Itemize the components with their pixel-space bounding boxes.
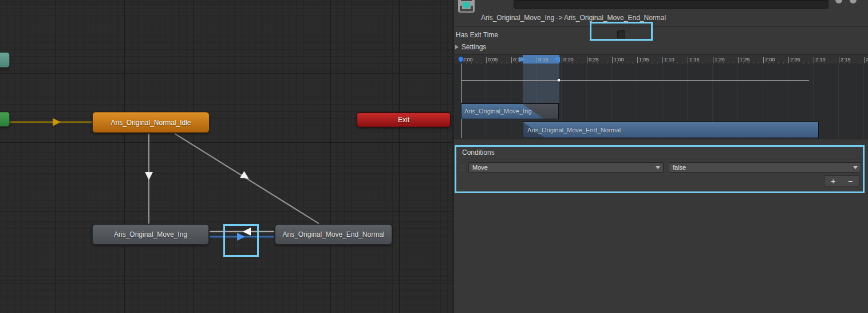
condition-list-buttons: + −	[824, 175, 859, 186]
transition-region	[523, 64, 559, 103]
any-state-node[interactable]	[0, 52, 10, 68]
state-node-label: Aris_Original_Normal_Idle	[111, 119, 191, 127]
ruler-tick: 1:05	[637, 57, 649, 63]
transition-timeline[interactable]: 0:00 0:05 0:10 0:15 0:20 0:25 1:00 1:05 …	[454, 54, 868, 139]
ruler-tick: 0:05	[486, 57, 498, 63]
ruler-tick: 1:25	[738, 57, 750, 63]
ruler-tick: 2:05	[788, 57, 800, 63]
state-node-label: Exit	[398, 116, 409, 124]
ruler-tick: 1:15	[688, 57, 700, 63]
ruler-tick: 0:15	[536, 57, 549, 63]
state-node-move-end-normal[interactable]: Aris_Original_Move_End_Normal	[275, 224, 392, 245]
ruler-tick: 0:20	[562, 57, 574, 63]
condition-value-dropdown[interactable]: false	[669, 162, 861, 173]
ruler-tick: 1:10	[662, 57, 674, 63]
playhead-line	[461, 64, 461, 138]
state-node-exit[interactable]: Exit	[357, 112, 451, 127]
blend-curve-line	[461, 80, 809, 81]
condition-parameter-value: Move	[472, 164, 488, 171]
drag-handle-icon[interactable]	[459, 166, 464, 170]
gear-icon[interactable]	[850, 0, 857, 3]
conditions-header: Conditions	[456, 147, 863, 159]
ruler-tick: 2:20	[864, 57, 868, 63]
state-node-label: Aris_Original_Move_End_Normal	[282, 230, 384, 238]
ruler-tick: 1:20	[713, 57, 725, 63]
ruler-tick: 0:25	[587, 57, 599, 63]
ruler-tick: 1:00	[612, 57, 624, 63]
help-icon[interactable]	[835, 0, 842, 3]
clip-label: Aris_Original_Move_End_Normal	[527, 127, 621, 134]
condition-value: false	[673, 164, 686, 171]
state-node-move-ing[interactable]: Aris_Original_Move_Ing	[92, 224, 209, 245]
has-exit-time-label: Has Exit Time	[456, 31, 498, 39]
inspector-header: Aris_Original_Move_Ing -> Aris_Original_…	[454, 0, 868, 27]
timeline-ruler[interactable]: 0:00 0:05 0:10 0:15 0:20 0:25 1:00 1:05 …	[454, 55, 868, 64]
arrowhead-icon	[145, 172, 153, 180]
add-condition-button[interactable]: +	[824, 176, 842, 186]
conditions-panel: Conditions Move false + −	[455, 145, 865, 193]
highlight-box-transition-arrows	[223, 224, 259, 257]
settings-label: Settings	[461, 43, 486, 51]
transition-lines-layer	[0, 0, 452, 313]
condition-parameter-dropdown[interactable]: Move	[468, 162, 664, 173]
animator-graph-canvas[interactable]: Aris_Original_Normal_Idle Exit Aris_Orig…	[0, 0, 452, 313]
clip-label: Aris_Original_Move_Ing	[464, 108, 531, 115]
ruler-tick: 2:15	[839, 57, 851, 63]
remove-condition-button[interactable]: −	[842, 176, 859, 186]
transition-title: Aris_Original_Move_Ing -> Aris_Original_…	[481, 14, 666, 22]
transition-entry-to-idle[interactable]	[10, 118, 92, 126]
settings-foldout[interactable]: Settings	[455, 42, 486, 52]
transition-inspector: Aris_Original_Move_Ing -> Aris_Original_…	[454, 0, 868, 313]
chevron-down-icon	[656, 166, 660, 169]
clip-bar-move-end-normal[interactable]: Aris_Original_Move_End_Normal	[523, 122, 819, 138]
chevron-right-icon	[455, 45, 459, 49]
entry-node[interactable]	[0, 112, 10, 127]
blend-curve-keypoint[interactable]	[558, 79, 560, 81]
state-node-idle[interactable]: Aris_Original_Normal_Idle	[92, 112, 210, 133]
ruler-tick: 2:10	[814, 57, 826, 63]
state-node-label: Aris_Original_Move_Ing	[114, 230, 187, 238]
transition-idle-to-move-ing[interactable]	[145, 134, 153, 224]
ruler-tick: 2:00	[763, 57, 775, 63]
transition-idle-to-move-end[interactable]	[175, 134, 319, 224]
transition-name-field[interactable]	[514, 0, 828, 9]
transition-icon	[458, 0, 475, 13]
chevron-down-icon	[853, 166, 858, 169]
arrowhead-icon	[53, 118, 61, 126]
animator-window: Aris_Original_Normal_Idle Exit Aris_Orig…	[0, 0, 868, 313]
clip-bar-move-ing[interactable]: Aris_Original_Move_Ing	[461, 103, 559, 119]
highlight-box-checkbox	[590, 22, 653, 41]
